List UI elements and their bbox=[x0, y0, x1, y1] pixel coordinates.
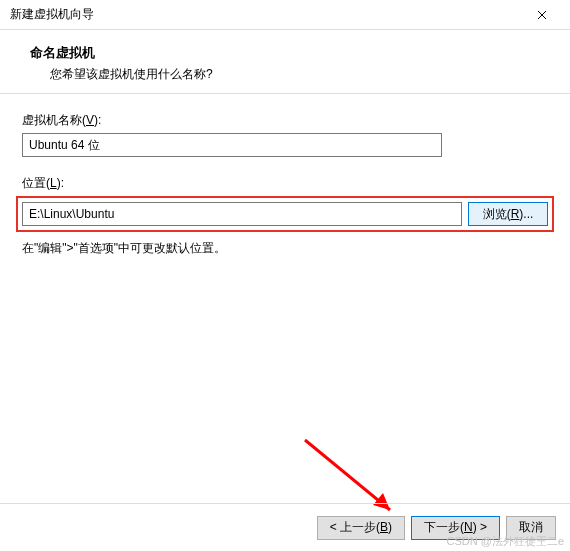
wizard-content: 虚拟机名称(V): 位置(L): 浏览(R)... 在"编辑">"首选项"中可更… bbox=[0, 94, 570, 257]
location-label: 位置(L): bbox=[22, 175, 548, 192]
titlebar: 新建虚拟机向导 bbox=[0, 0, 570, 30]
vm-name-input[interactable] bbox=[22, 133, 442, 157]
close-icon bbox=[537, 10, 547, 20]
wizard-header: 命名虚拟机 您希望该虚拟机使用什么名称? bbox=[0, 30, 570, 94]
window-title: 新建虚拟机向导 bbox=[10, 6, 94, 23]
watermark: CSDN @法外狂徒王二e bbox=[446, 534, 564, 549]
back-button[interactable]: < 上一步(B) bbox=[317, 516, 405, 540]
close-button[interactable] bbox=[522, 1, 562, 29]
location-hint: 在"编辑">"首选项"中可更改默认位置。 bbox=[22, 240, 548, 257]
browse-button[interactable]: 浏览(R)... bbox=[468, 202, 548, 226]
location-input[interactable] bbox=[22, 202, 462, 226]
location-highlight-box: 浏览(R)... bbox=[16, 196, 554, 232]
page-subtitle: 您希望该虚拟机使用什么名称? bbox=[30, 66, 560, 83]
vm-name-label: 虚拟机名称(V): bbox=[22, 112, 548, 129]
page-title: 命名虚拟机 bbox=[30, 44, 560, 62]
